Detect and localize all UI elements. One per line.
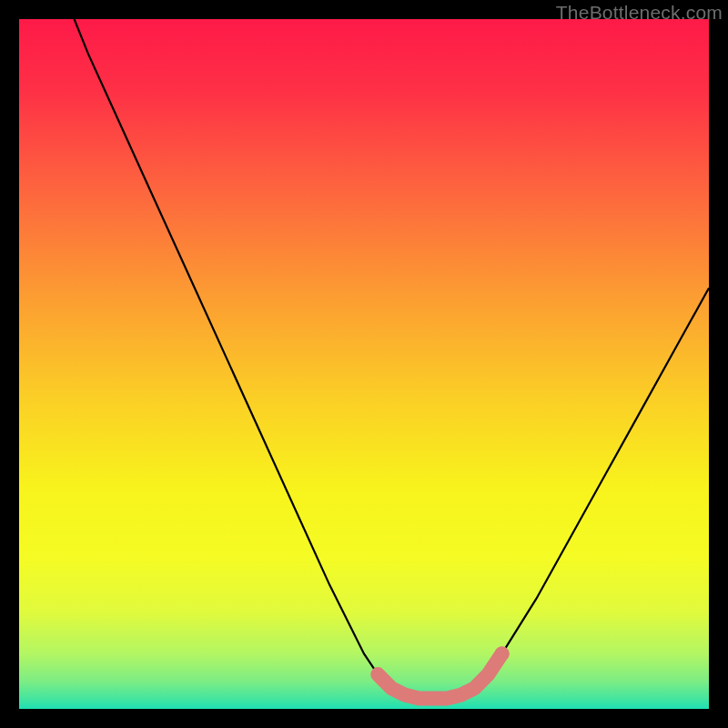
chart-frame: TheBottleneck.com [0,0,728,728]
plot-area [19,19,709,709]
gradient-background [19,19,709,709]
watermark-text: TheBottleneck.com [556,2,723,24]
marker-dot [495,646,510,661]
chart-svg [19,19,709,709]
